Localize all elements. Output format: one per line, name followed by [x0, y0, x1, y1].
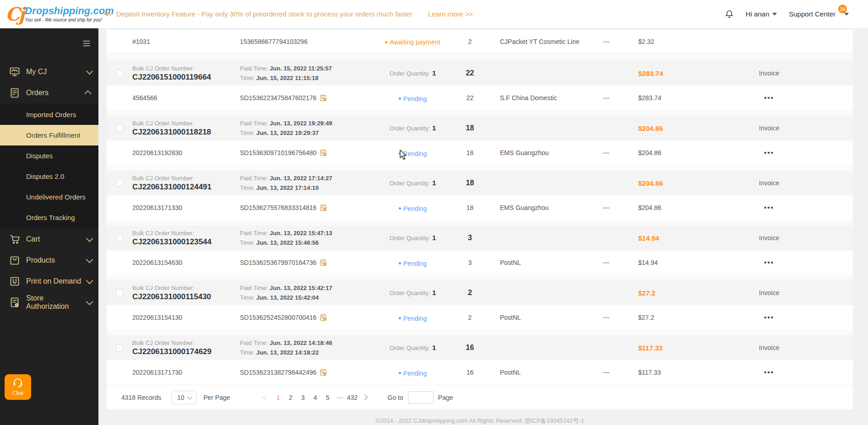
status-pending-link[interactable]: Pending: [399, 315, 427, 322]
dashboard-monitor-icon: [9, 66, 20, 77]
sidebar-item-my-cj[interactable]: My CJ: [0, 61, 98, 82]
sidebar-item-products[interactable]: Products: [0, 250, 98, 271]
user-menu[interactable]: Hi anan: [746, 10, 777, 18]
tracking-schedule-icon[interactable]: [319, 258, 327, 267]
invoice-link[interactable]: Invoice: [759, 124, 779, 132]
tracking-number: SD1536231382798442496: [240, 369, 316, 376]
status-pending-link[interactable]: Pending: [399, 260, 427, 267]
support-center-label: Support Center: [789, 10, 841, 18]
row-checkbox[interactable]: [116, 124, 123, 132]
sidebar-item-disputes-2[interactable]: Disputes 2.0: [0, 166, 98, 187]
tracking-schedule-icon[interactable]: [319, 204, 327, 212]
chevron-down-icon: [86, 298, 93, 305]
sidebar-item-disputes[interactable]: Disputes: [0, 145, 98, 166]
order-detail-row: 20220613154130 SD1536252452800700416 Pen…: [107, 305, 853, 330]
tracking-schedule-icon[interactable]: [319, 368, 327, 377]
order-quantity-value: 1: [432, 344, 436, 351]
more-actions-button[interactable]: •••: [764, 313, 774, 321]
tracking-number: SD1536252452800700416: [240, 314, 316, 321]
sidebar-item-orders[interactable]: Orders: [0, 82, 98, 103]
sidebar-item-label: Cart: [26, 235, 86, 243]
speaker-icon: [103, 10, 112, 18]
page-number-last[interactable]: 432: [347, 392, 358, 403]
status-pending-link[interactable]: Pending: [399, 370, 427, 377]
page-number[interactable]: 1: [273, 392, 284, 403]
prev-page-button[interactable]: [260, 392, 271, 403]
time-value: Jun. 13, 2022 17:14:10: [256, 184, 319, 191]
order-detail-row: 4564566 SD1536223475847602176 Pending 22…: [107, 86, 853, 110]
per-page-select[interactable]: 10: [171, 391, 197, 404]
sidebar: My CJ Orders Imported Orders Orders Fulf…: [0, 28, 98, 425]
more-actions-button[interactable]: •••: [764, 94, 774, 102]
price: $117.33: [627, 369, 723, 376]
page-number[interactable]: 2: [285, 392, 296, 403]
more-actions-button[interactable]: •••: [764, 368, 774, 376]
total-quantity: 18: [453, 179, 487, 187]
notification-bell-icon[interactable]: [725, 9, 734, 19]
chat-label: Chat: [12, 389, 24, 397]
quantity: 18: [453, 204, 487, 211]
page-number[interactable]: 3: [298, 392, 309, 403]
learn-more-link[interactable]: Learn more >>: [428, 10, 473, 18]
order-detail-row: 20220613171330 SD1536275576833314816 Pen…: [107, 195, 853, 220]
order-ref: #1031: [123, 38, 240, 45]
logo[interactable]: Cj Dropshipping.com You sell - We source…: [0, 5, 98, 23]
invoice-link[interactable]: Invoice: [759, 179, 779, 187]
dashes: ---: [590, 259, 627, 266]
invoice-link[interactable]: Invoice: [759, 70, 779, 77]
row-checkbox[interactable]: [116, 289, 123, 296]
invoice-link[interactable]: Invoice: [759, 344, 779, 351]
sidebar-item-cart[interactable]: Cart: [0, 229, 98, 250]
status-dot: [399, 262, 401, 264]
order-ref: 20220613154130: [123, 314, 240, 321]
more-actions-button[interactable]: •••: [764, 149, 774, 156]
headset-chat-icon: [12, 377, 24, 388]
order-detail-row: 20220613192830 SD1536309710196756480 Pen…: [107, 140, 853, 165]
sidebar-item-orders-fulfillment[interactable]: Orders Fulfillment: [0, 125, 98, 145]
tracking-schedule-icon[interactable]: [319, 313, 327, 322]
bulk-order-label: Bulk CJ Order Number:: [132, 285, 240, 291]
per-page-value: 10: [177, 394, 184, 401]
time-label: Time:: [240, 75, 255, 81]
page-number[interactable]: 4: [310, 392, 321, 403]
support-center-menu[interactable]: Support Center 34: [789, 10, 849, 18]
status-pending-link[interactable]: Pending: [399, 95, 427, 102]
row-checkbox[interactable]: [116, 344, 123, 351]
invoice-link[interactable]: Invoice: [759, 289, 779, 296]
tracking-schedule-icon[interactable]: [319, 149, 327, 157]
sidebar-item-print-on-demand[interactable]: Print on Demand: [0, 271, 98, 292]
chat-button[interactable]: Chat: [5, 374, 31, 400]
pager: 12345 ••• 432: [260, 392, 370, 403]
tracking-schedule-icon[interactable]: [319, 94, 327, 102]
more-actions-button[interactable]: •••: [764, 258, 774, 266]
sidebar-item-undelivered-orders[interactable]: Undelivered Orders: [0, 187, 98, 207]
row-checkbox[interactable]: [116, 70, 123, 77]
dashes: ---: [590, 204, 627, 211]
status-pending-link[interactable]: Pending: [399, 150, 427, 157]
tracking-number: SD1536309710196756480: [240, 149, 316, 156]
orders-clipboard-icon: [9, 87, 20, 98]
page-number[interactable]: 5: [322, 392, 333, 403]
sidebar-item-imported-orders[interactable]: Imported Orders: [0, 104, 98, 125]
order-quantity-label: Order Quantity:: [390, 235, 430, 242]
goto-page-input[interactable]: [408, 391, 434, 404]
order-quantity-label: Order Quantity:: [390, 290, 430, 296]
row-checkbox[interactable]: [116, 179, 123, 187]
invoice-link[interactable]: Invoice: [759, 234, 779, 242]
sidebar-item-orders-tracking[interactable]: Orders Tracking: [0, 207, 98, 228]
more-actions-button[interactable]: •••: [764, 204, 774, 211]
status-pending-link[interactable]: Pending: [399, 205, 427, 212]
bulk-order-header-row: Bulk CJ Order Number: CJ2206131000118218…: [107, 116, 853, 140]
bulk-order-header-row: Bulk CJ Order Number: CJ2206131000123544…: [107, 226, 853, 250]
announcement-bar: Deposit Inventory Feature - Pay only 30%…: [103, 10, 473, 18]
row-checkbox[interactable]: [116, 234, 123, 242]
next-page-button[interactable]: [359, 392, 370, 403]
time-value: Jun. 13, 2022 19:29:37: [256, 129, 319, 136]
total-price: $204.86: [627, 124, 723, 132]
sidebar-item-store-authorization[interactable]: Store Authorization: [0, 292, 98, 313]
logo-tagline: You sell - We source and ship for you!: [25, 17, 114, 22]
chevron-down-icon: [86, 67, 93, 75]
logo-cj-mark: Cj: [5, 5, 23, 23]
sidebar-collapse-icon[interactable]: [82, 39, 91, 48]
shipping-method: PostNL: [487, 259, 590, 266]
